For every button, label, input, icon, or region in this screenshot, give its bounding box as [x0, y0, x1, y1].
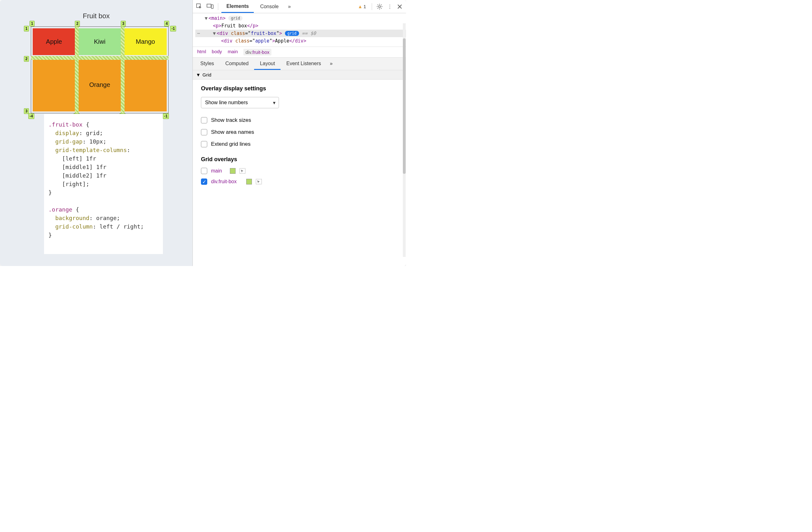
- sidebar-subtabs: Styles Computed Layout Event Listeners »: [193, 58, 406, 70]
- select-value: Show line numbers: [205, 100, 248, 105]
- grid-line-number: 3: [121, 21, 126, 26]
- overlay-settings-heading: Overlay display settings: [201, 85, 398, 92]
- grid-badge[interactable]: grid: [285, 31, 299, 36]
- breadcrumb: html body main div.fruit-box: [193, 47, 406, 58]
- warning-count[interactable]: ▲ 1: [358, 4, 366, 9]
- grid-gap-line: [75, 26, 78, 113]
- devtools-pane: Elements Console » ▲ 1 ⋮ ▼<main> grid <p…: [192, 0, 406, 266]
- app-window: Fruit box Apple Kiwi Mango Orange 1 2 3 …: [0, 0, 406, 266]
- chevron-down-icon: ▼: [196, 72, 201, 78]
- grid-line-number: 1: [24, 26, 29, 31]
- grid-line-number: 1: [30, 21, 34, 26]
- overlay-name[interactable]: div.fruit-box: [211, 179, 243, 184]
- overlay-checkbox-fruit-box[interactable]: ✓: [201, 179, 207, 185]
- svg-point-3: [379, 6, 380, 8]
- scrollbar-thumb[interactable]: [403, 38, 406, 174]
- cell-kiwi: Kiwi: [77, 27, 122, 57]
- grid-line-number: -4: [28, 113, 34, 119]
- dom-tree[interactable]: ▼<main> grid <p>Fruit box</p> ▼<div clas…: [193, 13, 406, 47]
- separator: [218, 3, 218, 10]
- overlay-row-fruit-box: ✓ div.fruit-box: [201, 179, 398, 185]
- dom-node-fruit-box[interactable]: ▼<div class="fruit-box"> grid == $0: [195, 30, 406, 37]
- subtab-layout[interactable]: Layout: [254, 58, 280, 70]
- svg-rect-2: [211, 5, 213, 9]
- dom-node-main[interactable]: ▼<main> grid: [195, 14, 406, 22]
- grid-line-number: -1: [163, 113, 169, 119]
- svg-line-11: [381, 4, 381, 5]
- dom-node-apple[interactable]: <div class="apple">Apple</div>: [195, 37, 406, 45]
- checkbox-label: Extend grid lines: [211, 141, 251, 147]
- grid-gap-line: [121, 26, 125, 113]
- grid-section-header[interactable]: ▼ Grid: [193, 70, 406, 80]
- crumb-fruit-box[interactable]: div.fruit-box: [243, 49, 271, 55]
- dom-node-p[interactable]: <p>Fruit box</p>: [195, 22, 406, 30]
- checkbox-area-names[interactable]: [201, 129, 207, 135]
- tab-elements[interactable]: Elements: [221, 0, 254, 13]
- subtab-computed[interactable]: Computed: [220, 58, 255, 70]
- checkbox-row-track-sizes: Show track sizes: [201, 117, 398, 123]
- preview-title: Fruit box: [0, 0, 192, 20]
- line-numbers-select[interactable]: Show line numbers: [201, 97, 279, 108]
- grid-line-number: 4: [164, 21, 169, 26]
- crumb-html[interactable]: html: [197, 49, 206, 55]
- cell-orange: Orange: [31, 57, 168, 113]
- grid-gap-line: [31, 56, 169, 60]
- color-swatch[interactable]: [246, 179, 252, 184]
- device-toggle-icon[interactable]: [205, 2, 215, 11]
- section-title: Grid: [203, 72, 211, 78]
- devtools-toolbar: Elements Console » ▲ 1 ⋮: [193, 0, 406, 13]
- checkbox-row-extend-lines: Extend grid lines: [201, 141, 398, 147]
- close-icon[interactable]: [395, 2, 404, 11]
- code-snippet: .fruit-box { display: grid; grid-gap: 10…: [44, 114, 163, 254]
- checkbox-label: Show area names: [211, 129, 254, 135]
- cell-mango: Mango: [122, 27, 168, 57]
- svg-line-10: [378, 8, 378, 9]
- inspect-icon[interactable]: [195, 2, 204, 11]
- subtab-event-listeners[interactable]: Event Listeners: [280, 58, 327, 70]
- tab-more[interactable]: »: [285, 1, 294, 13]
- kebab-menu-icon[interactable]: ⋮: [385, 2, 394, 11]
- svg-rect-1: [207, 4, 211, 7]
- grid-badge[interactable]: grid: [228, 16, 243, 21]
- preview-pane: Fruit box Apple Kiwi Mango Orange 1 2 3 …: [0, 0, 192, 266]
- checkbox-label: Show track sizes: [211, 117, 251, 123]
- grid-overlays-heading: Grid overlays: [201, 156, 398, 163]
- svg-line-8: [378, 4, 378, 5]
- cell-apple: Apple: [31, 27, 77, 57]
- overlay-row-main: main: [201, 168, 398, 174]
- warning-icon: ▲: [358, 4, 363, 9]
- gear-icon[interactable]: [375, 2, 384, 11]
- tab-console[interactable]: Console: [255, 1, 284, 12]
- reveal-icon[interactable]: [256, 179, 262, 184]
- reveal-icon[interactable]: [239, 168, 246, 174]
- crumb-body[interactable]: body: [212, 49, 222, 55]
- svg-line-9: [381, 8, 381, 9]
- grid-line-number: -1: [170, 26, 176, 31]
- warning-number: 1: [364, 4, 366, 9]
- overlay-name[interactable]: main: [211, 168, 226, 174]
- color-swatch[interactable]: [230, 168, 235, 174]
- grid-overlay-area: Apple Kiwi Mango Orange 1 2 3 4 1 2 3 -1…: [31, 26, 169, 113]
- layout-panel: Overlay display settings Show line numbe…: [193, 80, 406, 266]
- fruit-box-grid: Apple Kiwi Mango Orange: [31, 26, 169, 113]
- crumb-main[interactable]: main: [228, 49, 238, 55]
- grid-line-number: 2: [75, 21, 80, 26]
- subtab-styles[interactable]: Styles: [195, 58, 220, 70]
- subtab-more[interactable]: »: [327, 58, 336, 70]
- checkbox-track-sizes[interactable]: [201, 117, 207, 123]
- checkbox-row-area-names: Show area names: [201, 129, 398, 135]
- grid-line-number: 3: [24, 108, 29, 114]
- overlay-checkbox-main[interactable]: [201, 168, 207, 174]
- checkbox-extend-lines[interactable]: [201, 141, 207, 147]
- grid-line-number: 2: [24, 56, 29, 62]
